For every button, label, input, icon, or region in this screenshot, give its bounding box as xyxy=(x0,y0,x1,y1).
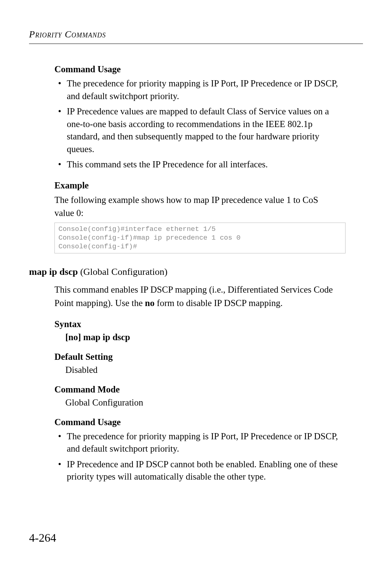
default-setting-heading: Default Setting xyxy=(54,352,363,362)
command-title-line: map ip dscp (Global Configuration) xyxy=(29,266,363,277)
list-item: IP Precedence and IP DSCP cannot both be… xyxy=(54,458,343,483)
list-item: This command sets the IP Precedence for … xyxy=(54,158,343,171)
description-text-post: form to disable IP DSCP mapping. xyxy=(155,298,283,308)
list-item: The precedence for priority mapping is I… xyxy=(54,77,343,102)
default-setting-value: Disabled xyxy=(65,365,363,375)
header-rule xyxy=(29,44,363,44)
command-usage-heading-2: Command Usage xyxy=(54,417,363,427)
description-no-keyword: no xyxy=(145,298,154,308)
syntax-no-keyword: no xyxy=(68,332,78,342)
example-intro-text: The following example shows how to map I… xyxy=(54,194,338,220)
command-usage-list-2: The precedence for priority mapping is I… xyxy=(54,430,363,483)
code-example-block: Console(config)#interface ethernet 1/5 C… xyxy=(54,223,346,253)
command-usage-heading-1: Command Usage xyxy=(54,64,363,74)
list-item: IP Precedence values are mapped to defau… xyxy=(54,105,343,155)
command-usage-list-1: The precedence for priority mapping is I… xyxy=(54,77,363,171)
command-context: (Global Configuration) xyxy=(78,266,167,277)
page-content: Priority Commands Command Usage The prec… xyxy=(0,0,392,570)
command-name: map ip dscp xyxy=(29,266,78,277)
syntax-command-keyword: map ip dscp xyxy=(81,332,130,342)
command-description: This command enables IP DSCP mapping (i.… xyxy=(54,283,338,310)
command-mode-value: Global Configuration xyxy=(65,398,363,408)
running-header: Priority Commands xyxy=(29,29,363,40)
syntax-line: [no] map ip dscp xyxy=(65,332,363,342)
example-heading: Example xyxy=(54,180,363,191)
command-mode-heading: Command Mode xyxy=(54,384,363,395)
list-item: The precedence for priority mapping is I… xyxy=(54,430,343,455)
syntax-close-bracket: ] xyxy=(78,332,81,342)
syntax-heading: Syntax xyxy=(54,319,363,329)
page-number: 4-264 xyxy=(29,531,56,545)
